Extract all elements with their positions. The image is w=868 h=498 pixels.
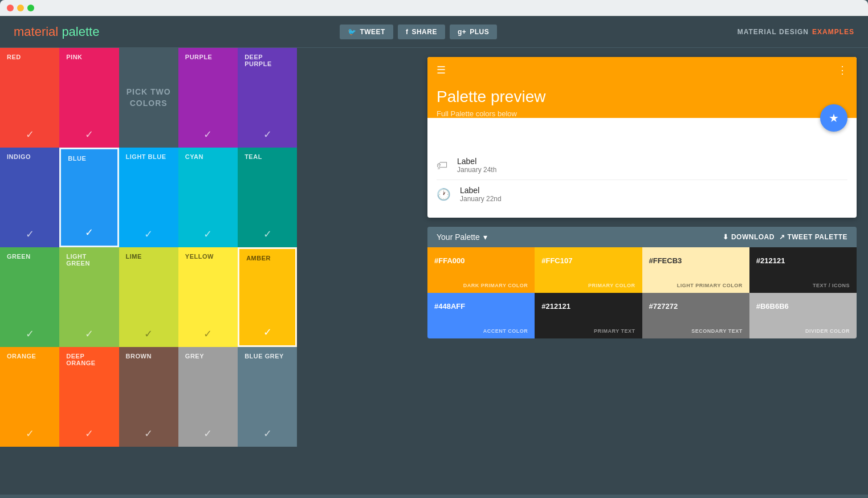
chevron-down-icon: ▾	[483, 232, 487, 242]
color-name: PINK	[66, 54, 112, 60]
color-cell[interactable]: PICK TWOCOLORS	[119, 48, 178, 148]
check-icon: ✓	[203, 128, 212, 141]
window-chrome	[0, 0, 868, 16]
color-cell[interactable]: DEEP PURPLE✓	[238, 48, 297, 148]
color-cell[interactable]: BLUE✓	[59, 148, 119, 247]
header-right: MATERIAL DESIGN EXAMPLES	[737, 28, 854, 36]
color-cell[interactable]: LIGHT GREEN✓	[59, 247, 119, 347]
color-name: PURPLE	[185, 54, 231, 60]
color-name: AMBER	[246, 255, 288, 262]
minimize-button[interactable]	[17, 5, 24, 11]
color-cell[interactable]: GREEN✓	[0, 247, 59, 347]
swatch-label: PRIMARY COLOR	[541, 283, 635, 288]
download-button[interactable]: ⬇ DOWNLOAD	[723, 233, 775, 241]
color-cell[interactable]: AMBER✓	[238, 247, 297, 347]
tweet-button[interactable]: 🐦 TWEET	[340, 25, 393, 39]
label-icon: 🏷	[437, 159, 448, 172]
check-icon: ✓	[263, 228, 272, 240]
tweet-palette-button[interactable]: ↗ TWEET PALETTE	[779, 233, 847, 241]
palette-panel: Your Palette ▾ ⬇ DOWNLOAD ↗ TWEET PALETT…	[427, 227, 857, 338]
list-item: 🏷 Label January 24th	[437, 151, 847, 180]
header: material palette 🐦 TWEET f SHARE g+ PLUS…	[0, 16, 868, 48]
color-cell[interactable]: TEAL✓	[238, 148, 297, 247]
palette-swatch[interactable]: #212121TEXT / ICONS	[749, 247, 857, 293]
palette-grid: #FFA000DARK PRIMARY COLOR#FFC107PRIMARY …	[427, 247, 857, 338]
maximize-button[interactable]	[27, 5, 34, 11]
color-name: BROWN	[126, 353, 172, 360]
swatch-label: LIGHT PRIMARY COLOR	[649, 283, 743, 288]
share-icon: ↗	[779, 233, 785, 241]
check-icon: ✓	[263, 128, 272, 141]
check-icon: ✓	[26, 427, 34, 440]
preview-header: ☰ ⋮ Palette preview Full Palette colors …	[427, 57, 857, 118]
color-cell[interactable]	[297, 347, 356, 447]
color-cell[interactable]: BLUE GREY✓	[238, 347, 297, 447]
hamburger-icon[interactable]: ☰	[437, 64, 446, 76]
color-cell[interactable]: DEEP ORANGE✓	[59, 347, 119, 447]
color-cell[interactable]	[357, 247, 416, 347]
color-cell[interactable]: LIGHT BLUE✓	[119, 148, 178, 247]
color-cell[interactable]: CYAN✓	[178, 148, 238, 247]
swatch-label: ACCENT COLOR	[434, 328, 528, 334]
swatch-hex: #FFECB3	[649, 256, 743, 265]
swatch-label: DARK PRIMARY COLOR	[434, 283, 528, 288]
color-cell[interactable]: YELLOW✓	[178, 247, 238, 347]
plus-button[interactable]: g+ PLUS	[450, 25, 497, 39]
share-button[interactable]: f SHARE	[398, 25, 445, 39]
check-icon: ✓	[263, 326, 272, 338]
color-cell[interactable]: LIME✓	[119, 247, 178, 347]
examples-link[interactable]: EXAMPLES	[812, 28, 854, 36]
swatch-label: TEXT / ICONS	[756, 283, 850, 288]
color-cell[interactable]	[297, 48, 356, 148]
color-cell[interactable]: BROWN✓	[119, 347, 178, 447]
palette-swatch[interactable]: #FFC107PRIMARY COLOR	[535, 247, 642, 293]
download-icon: ⬇	[723, 233, 729, 241]
palette-swatch[interactable]: #212121PRIMARY TEXT	[535, 293, 642, 338]
palette-swatch[interactable]: #448AFFACCENT COLOR	[427, 293, 535, 338]
check-icon: ✓	[144, 427, 153, 440]
color-cell[interactable]: GREY✓	[178, 347, 238, 447]
palette-header: Your Palette ▾ ⬇ DOWNLOAD ↗ TWEET PALETT…	[427, 227, 857, 247]
close-button[interactable]	[7, 5, 14, 11]
palette-title[interactable]: Your Palette ▾	[437, 232, 487, 242]
swatch-hex: #FFA000	[434, 256, 528, 265]
main-content: RED✓PINK✓PICK TWOCOLORSPURPLE✓DEEP PURPL…	[0, 48, 868, 447]
color-cell[interactable]	[357, 347, 416, 447]
swatch-label: DIVIDER COLOR	[756, 328, 850, 334]
color-cell[interactable]	[357, 48, 416, 148]
color-cell[interactable]: PINK✓	[59, 48, 119, 148]
fab-button[interactable]: ★	[820, 104, 847, 132]
color-cell[interactable]: RED✓	[0, 48, 59, 148]
color-cell[interactable]: ORANGE✓	[0, 347, 59, 447]
swatch-hex: #212121	[756, 256, 850, 265]
preview-body: 🏷 Label January 24th 🕐 Label January 22n…	[427, 135, 857, 218]
check-icon: ✓	[144, 228, 153, 240]
palette-swatch[interactable]: #FFECB3LIGHT PRIMARY COLOR	[642, 247, 749, 293]
preview-card: ☰ ⋮ Palette preview Full Palette colors …	[427, 57, 857, 218]
palette-swatch[interactable]: #FFA000DARK PRIMARY COLOR	[427, 247, 535, 293]
color-name: YELLOW	[185, 253, 231, 260]
palette-swatch[interactable]: #B6B6B6DIVIDER COLOR	[749, 293, 857, 338]
facebook-icon: f	[406, 28, 409, 36]
dots-icon[interactable]: ⋮	[837, 64, 847, 76]
check-icon: ✓	[85, 427, 93, 440]
color-name: GREY	[185, 353, 231, 360]
color-cell[interactable]	[297, 148, 356, 247]
preview-header-top: ☰ ⋮	[437, 64, 847, 76]
logo: material palette	[14, 25, 99, 39]
color-name: RED	[7, 54, 52, 60]
swatch-label: PRIMARY TEXT	[541, 328, 635, 334]
swatch-hex: #B6B6B6	[756, 302, 850, 311]
color-cell[interactable]: INDIGO✓	[0, 148, 59, 247]
color-name: INDIGO	[7, 153, 52, 160]
color-name: LIME	[126, 253, 172, 260]
color-grid: RED✓PINK✓PICK TWOCOLORSPURPLE✓DEEP PURPL…	[0, 48, 416, 447]
color-cell[interactable]	[297, 247, 356, 347]
twitter-icon: 🐦	[348, 28, 357, 36]
palette-swatch[interactable]: #727272SECONDARY TEXT	[642, 293, 749, 338]
color-cell[interactable]: PURPLE✓	[178, 48, 238, 148]
preview-subtitle: Full Palette colors below	[437, 109, 847, 118]
logo-palette-text: palette	[62, 25, 99, 39]
check-icon: ✓	[203, 328, 212, 340]
color-cell[interactable]	[357, 148, 416, 247]
